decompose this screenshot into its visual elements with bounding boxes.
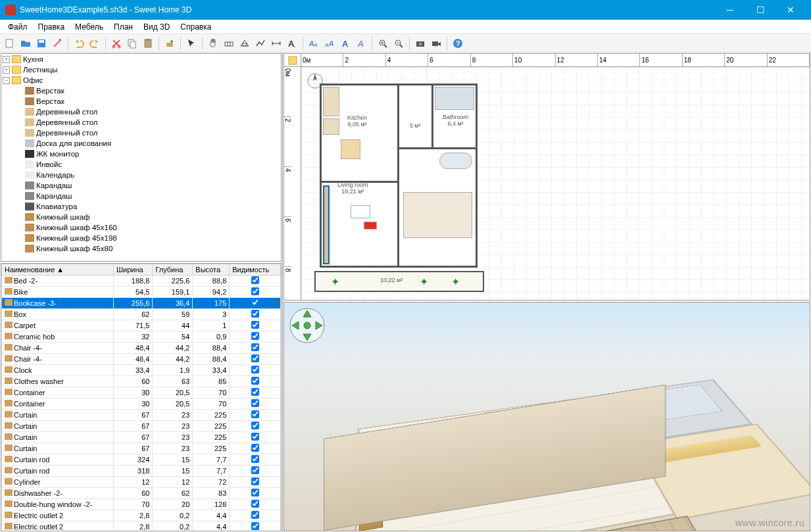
visibility-checkbox[interactable] bbox=[251, 276, 259, 284]
italic-button[interactable]: A bbox=[354, 36, 368, 51]
undo-button[interactable] bbox=[72, 36, 86, 51]
decrease-text-button[interactable]: AA bbox=[322, 36, 337, 51]
visibility-checkbox[interactable] bbox=[251, 410, 259, 418]
paste-button[interactable] bbox=[141, 36, 155, 51]
tree-item[interactable]: ЖК монитор bbox=[25, 149, 281, 159]
visibility-checkbox[interactable] bbox=[251, 388, 259, 396]
video-button[interactable] bbox=[429, 36, 443, 51]
visibility-checkbox[interactable] bbox=[251, 287, 259, 295]
create-polylines-button[interactable] bbox=[253, 36, 268, 51]
visibility-checkbox[interactable] bbox=[251, 321, 259, 329]
table-row[interactable]: Container 3020,570 bbox=[2, 399, 281, 410]
table-row[interactable]: Curtain 6723225 bbox=[2, 443, 281, 454]
tree-item[interactable]: Верстак bbox=[25, 85, 281, 96]
close-button[interactable]: ✕ bbox=[775, 0, 806, 20]
maximize-button[interactable]: ☐ bbox=[745, 0, 775, 20]
increase-text-button[interactable]: AA bbox=[307, 36, 321, 51]
visibility-checkbox[interactable] bbox=[251, 354, 259, 362]
zoom-in-button[interactable] bbox=[376, 36, 390, 51]
tree-item[interactable]: Книжный шкаф 45x198 bbox=[25, 233, 281, 243]
visibility-checkbox[interactable] bbox=[251, 477, 259, 485]
tree-item[interactable]: Деревянный стол bbox=[25, 117, 281, 128]
visibility-checkbox[interactable] bbox=[251, 366, 259, 374]
menu-файл[interactable]: Файл bbox=[3, 21, 33, 33]
tree-item[interactable]: Деревянный стол bbox=[25, 107, 281, 117]
table-row[interactable]: Bed -2- 188,8225,688,8 bbox=[2, 276, 281, 287]
column-header[interactable]: Видимость bbox=[230, 264, 281, 276]
create-dimensions-button[interactable] bbox=[269, 36, 283, 51]
plan-view[interactable]: 0м246810121416182022 0м2468 Kitchen8,05 … bbox=[283, 53, 810, 301]
table-row[interactable]: Clock 33,41,933,4 bbox=[2, 365, 281, 376]
copy-button[interactable] bbox=[125, 36, 139, 51]
visibility-checkbox[interactable] bbox=[251, 299, 259, 306]
visibility-checkbox[interactable] bbox=[251, 433, 259, 441]
furniture-list[interactable]: Наименование ▲ШиринаГлубинаВысотаВидимос… bbox=[1, 263, 282, 531]
table-row[interactable]: Curtain rod 318157,7 bbox=[2, 466, 281, 477]
table-row[interactable]: Curtain 6723225 bbox=[2, 421, 281, 432]
plan-canvas[interactable]: Kitchen8,05 м² Bathroom6,4 м² Living roo… bbox=[301, 67, 810, 300]
tree-item[interactable]: Книжный шкаф 45x160 bbox=[25, 222, 281, 233]
table-row[interactable]: Curtain rod 324157,7 bbox=[2, 454, 281, 466]
visibility-checkbox[interactable] bbox=[251, 377, 259, 385]
visibility-checkbox[interactable] bbox=[251, 489, 259, 496]
menu-вид 3d[interactable]: Вид 3D bbox=[138, 21, 175, 33]
visibility-checkbox[interactable] bbox=[251, 343, 259, 351]
tree-item[interactable]: Календарь bbox=[25, 170, 281, 180]
column-header[interactable]: Высота bbox=[193, 264, 230, 276]
table-row[interactable]: Ceramic hob 32540,9 bbox=[2, 331, 281, 343]
visibility-checkbox[interactable] bbox=[251, 511, 259, 519]
table-row[interactable]: Chair -4- 48,444,288,4 bbox=[2, 343, 281, 354]
add-furniture-button[interactable] bbox=[162, 36, 177, 51]
visibility-checkbox[interactable] bbox=[251, 332, 259, 340]
table-row[interactable]: Double-hung window -2- 7020128 bbox=[2, 499, 281, 510]
zoom-out-button[interactable] bbox=[391, 36, 406, 51]
tree-folder[interactable]: +Лестницы bbox=[3, 64, 281, 75]
help-button[interactable]: ? bbox=[451, 36, 465, 51]
visibility-checkbox[interactable] bbox=[251, 522, 259, 530]
redo-button[interactable] bbox=[87, 36, 102, 51]
menu-правка[interactable]: Правка bbox=[33, 21, 70, 33]
create-walls-button[interactable] bbox=[222, 36, 236, 51]
table-row[interactable]: Container 3020,570 bbox=[2, 387, 281, 399]
table-row[interactable]: Chair -4- 48,444,288,4 bbox=[2, 354, 281, 365]
table-row[interactable]: Carpet 71,5441 bbox=[2, 320, 281, 331]
table-row[interactable]: Electric outlet 2 2,80,24,4 bbox=[2, 521, 281, 532]
photo-button[interactable] bbox=[413, 36, 428, 51]
visibility-checkbox[interactable] bbox=[251, 500, 259, 508]
visibility-checkbox[interactable] bbox=[251, 444, 259, 452]
tree-item[interactable]: Клавиатура bbox=[25, 201, 281, 212]
tree-folder[interactable]: −Офис bbox=[3, 75, 281, 85]
tree-item[interactable]: Книжный шкаф 45x80 bbox=[25, 243, 281, 254]
create-text-button[interactable]: A bbox=[285, 36, 299, 51]
visibility-checkbox[interactable] bbox=[251, 310, 259, 318]
tree-item[interactable]: Верстак bbox=[25, 96, 281, 107]
menu-мебель[interactable]: Мебель bbox=[70, 21, 109, 33]
table-row[interactable]: Box 62593 bbox=[2, 309, 281, 320]
column-header[interactable]: Глубина bbox=[153, 264, 193, 276]
table-row[interactable]: Curtain 6723225 bbox=[2, 410, 281, 421]
cut-button[interactable] bbox=[109, 36, 124, 51]
pan-tool-button[interactable] bbox=[206, 36, 220, 51]
select-tool-button[interactable] bbox=[184, 36, 199, 51]
furniture-catalog[interactable]: +Кухня+Лестницы−ОфисВерстакВерстакДеревя… bbox=[1, 53, 282, 262]
column-header[interactable]: Наименование ▲ bbox=[2, 264, 114, 276]
minimize-button[interactable]: ─ bbox=[715, 0, 745, 20]
menu-справка[interactable]: Справка bbox=[175, 21, 216, 33]
tree-item[interactable]: Доска для рисования bbox=[25, 138, 281, 149]
table-row[interactable]: Dishwasher -2- 606283 bbox=[2, 488, 281, 499]
tree-item[interactable]: Деревянный стол bbox=[25, 128, 281, 138]
table-row[interactable]: Clothes washer 606385 bbox=[2, 376, 281, 387]
navigation-pad[interactable] bbox=[289, 308, 325, 343]
table-row[interactable]: Cylinder 121272 bbox=[2, 477, 281, 488]
table-row[interactable]: Curtain 6723225 bbox=[2, 432, 281, 443]
save-button[interactable] bbox=[34, 36, 49, 51]
table-row[interactable]: Bookcase -3- 255,636,4175 bbox=[2, 298, 281, 309]
tree-item[interactable]: Карандаш bbox=[25, 191, 281, 201]
visibility-checkbox[interactable] bbox=[251, 466, 259, 474]
visibility-checkbox[interactable] bbox=[251, 422, 259, 429]
view-3d[interactable]: www.wincore.ru bbox=[283, 302, 810, 531]
tree-item[interactable]: Инвойс bbox=[25, 159, 281, 170]
visibility-checkbox[interactable] bbox=[251, 399, 259, 407]
menu-план[interactable]: План bbox=[109, 21, 138, 33]
table-row[interactable]: Bike 54,5159,194,2 bbox=[2, 287, 281, 298]
